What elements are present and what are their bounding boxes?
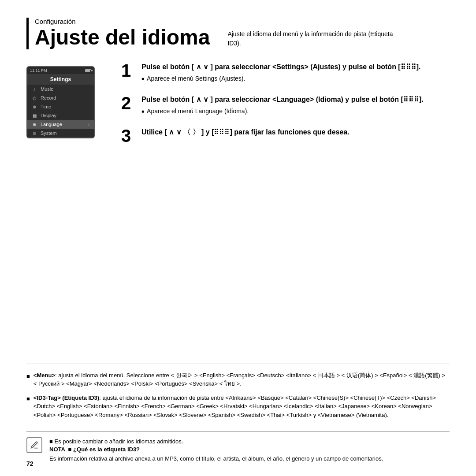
step-3: 3 Utilice [ ∧ ∨ 〈 〉 ] y [⠿⠿⠿] para fijar… — [121, 127, 450, 145]
nota-note1: ■ Es posible cambiar o añadir los idioma… — [49, 437, 450, 446]
menu-item-system: ⊙ System — [27, 129, 94, 138]
menu-item-music: ♪ Music — [27, 85, 94, 93]
system-icon: ⊙ — [32, 130, 37, 136]
record-icon: ◎ — [32, 95, 37, 100]
step-1-note: Aparece el menú Settings (Ajustes). — [141, 75, 450, 82]
nota-content: ■ Es posible cambiar o añadir los idioma… — [49, 437, 450, 463]
step-1-content: Pulse el botón [ ∧ ∨ ] para seleccionar … — [141, 62, 450, 82]
menu-item-display: ▦ Display — [27, 111, 94, 120]
menu-item-language-label: Language — [41, 122, 85, 127]
header-description: Ajuste el idioma del menú y la informaci… — [227, 25, 404, 48]
step-2: 2 Pulse el botón [ ∧ ∨ ] para selecciona… — [121, 94, 450, 115]
step-3-number: 3 — [121, 127, 134, 145]
config-label: Configuración — [35, 18, 450, 25]
step-3-text: Utilice [ ∧ ∨ 〈 〉 ] y [⠿⠿⠿] para fijar l… — [141, 127, 450, 138]
bullet-id3: ■ <ID3-Tag> (Etiqueta ID3): ajusta el id… — [26, 394, 450, 420]
page-title: Ajuste del idioma — [35, 25, 210, 49]
bullet-menu: ■ <Menu>: ajusta el idioma del menú. Sel… — [26, 371, 450, 388]
music-icon: ♪ — [32, 86, 37, 92]
device-time: 11:11 PM — [30, 68, 47, 73]
step-1-text: Pulse el botón [ ∧ ∨ ] para seleccionar … — [141, 62, 450, 72]
display-icon: ▦ — [32, 113, 37, 118]
main-content: 11:11 PM Settings ♪ Music ◎ Record — [26, 62, 450, 355]
nota-body: Es información relativa al archivo anexa… — [49, 454, 450, 463]
menu-item-language: ⊕ Language › — [27, 120, 94, 129]
steps-area: 1 Pulse el botón [ ∧ ∨ ] para selecciona… — [121, 62, 450, 355]
device-menu-title: Settings — [27, 74, 94, 85]
nota-label: NOTA ■ ¿Qué es la etiqueta ID3? — [49, 446, 450, 453]
menu-item-time: ⊕ Time — [27, 102, 94, 111]
device-battery — [85, 69, 91, 72]
step-2-content: Pulse el botón [ ∧ ∨ ] para seleccionar … — [141, 94, 450, 115]
step-3-content: Utilice [ ∧ ∨ 〈 〉 ] y [⠿⠿⠿] para fijar l… — [141, 127, 450, 140]
bullet-marker-1: ■ — [26, 372, 30, 381]
nota-icon — [26, 437, 42, 453]
step-1-number: 1 — [121, 62, 134, 79]
step-2-number: 2 — [121, 94, 134, 112]
arrow-icon: › — [88, 122, 89, 127]
bullet-marker-2: ■ — [26, 394, 30, 403]
device-menu-items: ♪ Music ◎ Record ⊕ Time ▦ Display — [27, 85, 94, 138]
device-status-bar: 11:11 PM — [27, 67, 94, 74]
step-2-text: Pulse el botón [ ∧ ∨ ] para seleccionar … — [141, 94, 450, 105]
menu-item-time-label: Time — [41, 104, 89, 109]
menu-item-system-label: System — [41, 130, 89, 136]
footer-section: ■ Es posible cambiar o añadir los idioma… — [26, 431, 450, 463]
pencil-icon — [30, 441, 39, 450]
menu-item-record-label: Record — [41, 95, 89, 100]
step-2-note: Aparece el menú Language (Idioma). — [141, 108, 450, 115]
menu-item-display-label: Display — [41, 113, 89, 118]
step-1: 1 Pulse el botón [ ∧ ∨ ] para selecciona… — [121, 62, 450, 82]
menu-item-record: ◎ Record — [27, 93, 94, 102]
bullet-menu-text: <Menu>: ajusta el idioma del menú. Selec… — [33, 371, 450, 388]
page-header: Configuración Ajuste del idioma Ajuste e… — [26, 18, 450, 49]
device-screen: 11:11 PM Settings ♪ Music ◎ Record — [26, 66, 95, 138]
language-icon: ⊕ — [32, 122, 37, 127]
time-icon: ⊕ — [32, 104, 37, 109]
page: Configuración Ajuste del idioma Ajuste e… — [0, 0, 476, 476]
page-number: 72 — [26, 460, 33, 467]
bullet-id3-text: <ID3-Tag> (Etiqueta ID3): ajusta el idio… — [33, 394, 450, 420]
bullets-section: ■ <Menu>: ajusta el idioma del menú. Sel… — [26, 364, 450, 425]
device-mockup: 11:11 PM Settings ♪ Music ◎ Record — [26, 66, 108, 355]
menu-item-music-label: Music — [41, 86, 89, 92]
